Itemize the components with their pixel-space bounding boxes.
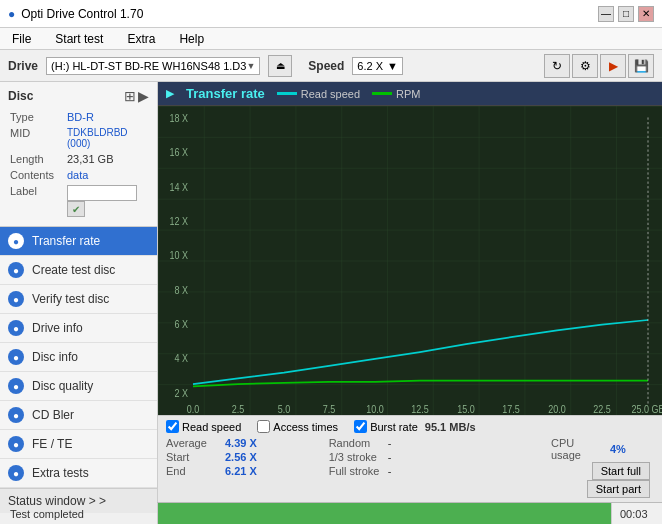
svg-text:10.0: 10.0: [366, 403, 383, 415]
title-bar: ● Opti Drive Control 1.70 — □ ✕: [0, 0, 662, 28]
bottom-status-bar: Test completed 00:03: [0, 502, 662, 524]
burst-rate-checkbox-label: Burst rate: [370, 421, 418, 433]
type-label: Type: [10, 110, 65, 124]
menu-file[interactable]: File: [8, 30, 35, 48]
average-value: 4.39 X: [225, 437, 265, 449]
sidebar-item-create-test-disc[interactable]: ● Create test disc: [0, 256, 157, 285]
svg-text:20.0: 20.0: [548, 403, 565, 415]
drive-dropdown-arrow: ▼: [246, 61, 255, 71]
app-title: Opti Drive Control 1.70: [21, 7, 143, 21]
sidebar-item-verify-test-disc[interactable]: ● Verify test disc: [0, 285, 157, 314]
svg-text:15.0: 15.0: [457, 403, 474, 415]
stats-col-2: Random - 1/3 stroke - Full stroke -: [329, 436, 492, 498]
svg-text:14 X: 14 X: [170, 181, 189, 193]
sidebar-item-transfer-rate[interactable]: ● Transfer rate: [0, 227, 157, 256]
refresh-icon[interactable]: ↻: [544, 54, 570, 78]
status-text: Test completed: [0, 503, 158, 524]
type-value: BD-R: [67, 110, 147, 124]
start-value: 2.56 X: [225, 451, 265, 463]
menu-start-test[interactable]: Start test: [51, 30, 107, 48]
mid-value: TDKBLDRBD (000): [67, 126, 147, 150]
disc-icon-right: ▶: [138, 88, 149, 104]
stroke1-value: -: [388, 451, 428, 463]
menu-help[interactable]: Help: [175, 30, 208, 48]
cpu-value: 4%: [610, 443, 650, 455]
sidebar-item-fe-te[interactable]: ● FE / TE: [0, 430, 157, 459]
label-label: Label: [10, 184, 65, 218]
stats-col-1: Average 4.39 X Start 2.56 X End 6.21 X: [166, 436, 329, 498]
maximize-button[interactable]: □: [618, 6, 634, 22]
access-times-checkbox-label: Access times: [273, 421, 338, 433]
app-icon: ●: [8, 7, 15, 21]
burst-rate-checkbox[interactable]: [354, 420, 367, 433]
svg-text:4 X: 4 X: [175, 353, 189, 365]
read-speed-legend-color: [277, 92, 297, 95]
mid-label: MID: [10, 126, 65, 150]
svg-text:2.5: 2.5: [232, 403, 245, 415]
fe-te-label: FE / TE: [32, 437, 72, 451]
settings-icon[interactable]: ⚙: [572, 54, 598, 78]
random-value: -: [388, 437, 428, 449]
end-label: End: [166, 465, 221, 477]
fullstroke-value: -: [388, 465, 428, 477]
svg-text:10 X: 10 X: [170, 250, 189, 262]
nav-items: ● Transfer rate ● Create test disc ● Ver…: [0, 227, 157, 488]
access-times-checkbox[interactable]: [257, 420, 270, 433]
menu-extra[interactable]: Extra: [123, 30, 159, 48]
sidebar-item-disc-info[interactable]: ● Disc info: [0, 343, 157, 372]
chart-stats: Read speed Access times Burst rate 95.1 …: [158, 415, 662, 502]
svg-text:12 X: 12 X: [170, 215, 189, 227]
svg-text:16 X: 16 X: [170, 147, 189, 159]
svg-text:0.0: 0.0: [187, 403, 200, 415]
extra-tests-label: Extra tests: [32, 466, 89, 480]
svg-text:12.5: 12.5: [411, 403, 428, 415]
contents-label: Contents: [10, 168, 65, 182]
window-controls[interactable]: — □ ✕: [598, 6, 654, 22]
read-speed-checkbox-label: Read speed: [182, 421, 241, 433]
rpm-legend-label: RPM: [396, 88, 420, 100]
disc-icon-left: ⊞: [124, 88, 136, 104]
label-input[interactable]: [67, 185, 137, 201]
burn-icon[interactable]: ▶: [600, 54, 626, 78]
chart-header: ▶ Transfer rate Read speed RPM: [158, 82, 662, 106]
start-full-button[interactable]: Start full: [592, 462, 650, 480]
random-label: Random: [329, 437, 384, 449]
drive-select[interactable]: (H:) HL-DT-ST BD-RE WH16NS48 1.D3 ▼: [46, 57, 260, 75]
sidebar-item-cd-bler[interactable]: ● CD Bler: [0, 401, 157, 430]
sidebar-item-drive-info[interactable]: ● Drive info: [0, 314, 157, 343]
disc-quality-icon: ●: [8, 378, 24, 394]
create-test-disc-icon: ●: [8, 262, 24, 278]
close-button[interactable]: ✕: [638, 6, 654, 22]
speed-select[interactable]: 6.2 X ▼: [352, 57, 403, 75]
svg-text:8 X: 8 X: [175, 284, 189, 296]
label-ok-button[interactable]: ✔: [67, 201, 85, 217]
svg-text:25.0 GB: 25.0 GB: [632, 403, 662, 415]
drive-info-icon: ●: [8, 320, 24, 336]
read-speed-legend-label: Read speed: [301, 88, 360, 100]
minimize-button[interactable]: —: [598, 6, 614, 22]
sidebar-item-disc-quality[interactable]: ● Disc quality: [0, 372, 157, 401]
eject-button[interactable]: ⏏: [268, 55, 292, 77]
read-speed-checkbox[interactable]: [166, 420, 179, 433]
svg-text:5.0: 5.0: [278, 403, 291, 415]
status-time: 00:03: [612, 503, 662, 524]
disc-section-title: Disc: [8, 89, 33, 103]
sidebar-item-extra-tests[interactable]: ● Extra tests: [0, 459, 157, 488]
svg-text:22.5: 22.5: [593, 403, 610, 415]
disc-quality-label: Disc quality: [32, 379, 93, 393]
verify-test-disc-icon: ●: [8, 291, 24, 307]
stats-col-3: CPU usage 4% Start full Start part: [491, 436, 654, 498]
chart-svg-container: 18 X 16 X 14 X 12 X 10 X 8 X 6 X 4 X 2 X…: [158, 106, 662, 415]
progress-bar: [158, 503, 612, 524]
transfer-rate-label: Transfer rate: [32, 234, 100, 248]
svg-text:18 X: 18 X: [170, 112, 189, 124]
contents-value: data: [67, 168, 147, 182]
svg-text:2 X: 2 X: [175, 387, 189, 399]
disc-panel: Disc ⊞ ▶ Type BD-R MID TDKBLDRBD (000) L…: [0, 82, 157, 227]
burst-rate-value: 95.1 MB/s: [425, 421, 476, 433]
start-part-button[interactable]: Start part: [587, 480, 650, 498]
main-area: Disc ⊞ ▶ Type BD-R MID TDKBLDRBD (000) L…: [0, 82, 662, 502]
sidebar: Disc ⊞ ▶ Type BD-R MID TDKBLDRBD (000) L…: [0, 82, 158, 502]
chart-title: Transfer rate: [186, 86, 265, 101]
save-icon[interactable]: 💾: [628, 54, 654, 78]
